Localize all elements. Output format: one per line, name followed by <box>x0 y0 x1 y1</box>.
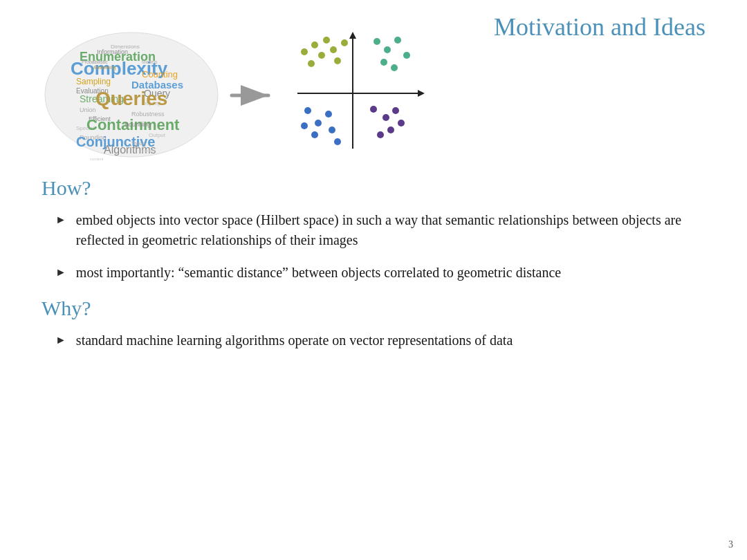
svg-marker-33 <box>349 32 356 39</box>
svg-point-61 <box>377 131 384 138</box>
how-bullet-text-1: embed objects into vector space (Hilbert… <box>76 210 706 250</box>
top-graphic-area: Information Dimensions Enumeration Compl… <box>42 28 706 162</box>
svg-point-35 <box>311 41 318 48</box>
svg-point-40 <box>334 57 341 64</box>
why-section: Why? ► standard machine learning algorit… <box>42 297 706 351</box>
svg-text:Models: Models <box>142 59 158 64</box>
svg-point-56 <box>370 106 377 113</box>
svg-marker-34 <box>418 90 425 97</box>
svg-text:Output: Output <box>149 132 166 138</box>
svg-point-58 <box>392 107 399 114</box>
svg-point-55 <box>301 122 308 129</box>
why-bullet-list: ► standard machine learning algorithms o… <box>42 330 706 351</box>
how-section: How? ► embed objects into vector space (… <box>42 176 706 283</box>
svg-text:Counting: Counting <box>142 69 178 80</box>
svg-text:Theory: Theory <box>131 141 147 147</box>
scatter-plot <box>284 28 436 162</box>
svg-point-51 <box>325 111 332 118</box>
page-number: 3 <box>728 539 733 550</box>
why-bullet-text-1: standard machine learning algorithms ope… <box>76 330 706 351</box>
svg-point-38 <box>318 52 325 59</box>
slide-content: How? ► embed objects into vector space (… <box>42 176 706 351</box>
svg-point-47 <box>380 59 387 66</box>
svg-text:Bounding: Bounding <box>124 121 151 128</box>
svg-text:content: content <box>90 157 104 161</box>
svg-point-43 <box>374 38 380 45</box>
why-heading: Why? <box>42 297 706 320</box>
svg-point-42 <box>301 48 308 55</box>
svg-point-50 <box>315 120 322 127</box>
svg-point-49 <box>304 107 311 114</box>
how-bullet-text-2: most importantly: “semantic distance” be… <box>76 263 706 283</box>
svg-text:Sampling: Sampling <box>76 77 111 86</box>
svg-point-57 <box>382 114 389 121</box>
svg-text:content: content <box>142 149 156 153</box>
svg-point-37 <box>330 46 337 53</box>
transform-arrow <box>228 75 277 116</box>
svg-point-52 <box>311 131 318 138</box>
why-bullet-1: ► standard machine learning algorithms o… <box>55 330 706 351</box>
slide-title: Motivation and Ideas <box>494 12 706 41</box>
bullet-arrow-icon-1: ► <box>55 212 66 227</box>
bullet-arrow-icon-2: ► <box>55 264 66 280</box>
svg-point-36 <box>323 37 330 44</box>
svg-point-41 <box>341 39 348 46</box>
bullet-arrow-icon-3: ► <box>55 332 66 348</box>
svg-text:Probabilistic: Probabilistic <box>82 59 108 64</box>
svg-text:Answering: Answering <box>93 65 116 71</box>
svg-text:Dimensions: Dimensions <box>111 44 140 50</box>
how-bullet-2: ► most importantly: “semantic distance” … <box>55 263 706 283</box>
how-bullet-1: ► embed objects into vector space (Hilbe… <box>55 210 706 250</box>
svg-point-53 <box>329 127 335 133</box>
svg-point-45 <box>394 37 401 44</box>
svg-point-48 <box>391 64 398 71</box>
word-cloud: Information Dimensions Enumeration Compl… <box>42 28 221 162</box>
svg-point-39 <box>308 60 315 67</box>
how-bullet-list: ► embed objects into vector space (Hilbe… <box>42 210 706 283</box>
svg-text:Union: Union <box>80 106 96 113</box>
svg-point-54 <box>334 138 341 145</box>
svg-point-44 <box>384 46 391 53</box>
slide: Motivation and Ideas Information Dimensi… <box>0 0 747 560</box>
how-heading: How? <box>42 176 706 200</box>
svg-point-60 <box>398 120 405 127</box>
svg-point-59 <box>387 127 394 133</box>
svg-point-46 <box>403 52 410 59</box>
svg-text:Queries: Queries <box>95 88 167 109</box>
